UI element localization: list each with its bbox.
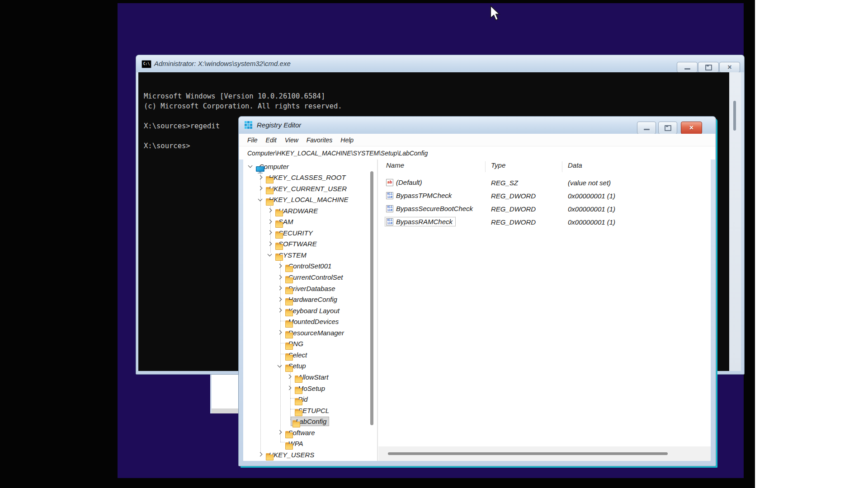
chevron-right-icon[interactable] — [277, 274, 283, 281]
tree-item-hkey-local-machine[interactable]: HKEY_LOCAL_MACHINE — [257, 194, 349, 205]
value-row-bypasstpmcheck[interactable]: 011110BypassTPMCheckREG_DWORD0x00000001 … — [378, 190, 711, 203]
tree-item-currentcontrolset[interactable]: CurrentControlSet — [277, 272, 343, 283]
focused-value-name[interactable]: 011110BypassRAMCheck — [385, 217, 456, 226]
menu-view[interactable]: View — [282, 136, 301, 144]
tree-item-hkey-users[interactable]: HKEY_USERS — [257, 449, 315, 460]
value-row-bypassramcheck[interactable]: 011110BypassRAMCheckREG_DWORD0x00000001 … — [378, 216, 711, 229]
regedit-minimize-button[interactable] — [637, 122, 656, 134]
tree-item-pid[interactable]: Pid — [286, 394, 308, 405]
maximize-icon — [665, 125, 671, 131]
tree-item-keyboard-layout[interactable]: Keyboard Layout — [277, 305, 340, 316]
value-type: REG_DWORD — [491, 192, 536, 200]
chevron-down-icon[interactable] — [257, 197, 264, 203]
menu-file[interactable]: File — [245, 136, 260, 144]
value-row--default-[interactable]: ab(Default)REG_SZ(value not set) — [378, 177, 711, 190]
chevron-right-icon[interactable] — [257, 185, 264, 192]
value-data: 0x00000001 (1) — [568, 218, 615, 226]
tree-item-wpa[interactable]: WPA — [277, 438, 303, 449]
value-row-bypasssecurebootcheck[interactable]: 011110BypassSecureBootCheckREG_DWORD0x00… — [378, 203, 711, 216]
tree-item-rng[interactable]: RNG — [277, 338, 303, 349]
cmd-title: Administrator: X:\windows\system32\cmd.e… — [154, 60, 291, 67]
chevron-right-icon[interactable] — [277, 296, 283, 303]
console-scrollbar-thumb[interactable] — [733, 101, 736, 131]
cmd-titlebar[interactable]: C:\ Administrator: X:\windows\system32\c… — [136, 55, 744, 72]
registry-tree[interactable]: ComputerHKEY_CLASSES_ROOTHKEY_CURRENT_US… — [243, 160, 377, 461]
selected-tree-item[interactable]: LabConfig — [291, 417, 329, 426]
minimize-icon — [684, 68, 690, 70]
chevron-right-icon[interactable] — [267, 219, 273, 225]
no-expander — [277, 352, 283, 358]
reg-dword-icon: 011110 — [386, 218, 393, 225]
column-header-name[interactable]: Name — [386, 161, 404, 169]
regedit-maximize-button[interactable] — [658, 122, 677, 134]
chevron-right-icon[interactable] — [286, 385, 292, 391]
chevron-right-icon[interactable] — [277, 429, 283, 436]
value-name-label: (Default) — [396, 178, 422, 186]
value-type: REG_SZ — [491, 179, 518, 187]
menu-favorites[interactable]: Favorites — [304, 136, 335, 144]
tree-scrollbar-thumb[interactable] — [370, 171, 373, 425]
tree-item-mosetup[interactable]: MoSetup — [286, 383, 325, 394]
tree-item-setup[interactable]: Setup — [277, 361, 306, 371]
no-expander — [277, 341, 283, 347]
column-separator[interactable] — [562, 161, 562, 172]
list-horizontal-scrollbar[interactable] — [378, 446, 711, 461]
list-hscrollbar-thumb[interactable] — [388, 452, 668, 455]
tree-item-software[interactable]: Software — [277, 427, 315, 438]
chevron-right-icon[interactable] — [267, 241, 273, 247]
value-name-label: BypassRAMCheck — [396, 218, 453, 225]
chevron-right-icon[interactable] — [267, 230, 273, 236]
cmd-close-button[interactable]: × — [719, 62, 740, 73]
tree-item-security[interactable]: SECURITY — [267, 227, 313, 238]
chevron-right-icon[interactable] — [286, 374, 292, 380]
chevron-right-icon[interactable] — [267, 207, 273, 214]
chevron-right-icon[interactable] — [257, 174, 264, 181]
chevron-down-icon[interactable] — [277, 363, 283, 369]
chevron-down-icon[interactable] — [247, 163, 254, 169]
registry-value-list[interactable]: NameTypeData ab(Default)REG_SZ(value not… — [378, 160, 711, 461]
mouse-cursor — [489, 5, 501, 21]
tree-item-allowstart[interactable]: AllowStart — [286, 371, 329, 382]
console-scrollbar[interactable] — [729, 72, 741, 371]
cmd-minimize-button[interactable] — [677, 62, 698, 73]
value-data: (value not set) — [568, 179, 611, 187]
chevron-right-icon[interactable] — [257, 451, 264, 458]
regedit-address-bar[interactable]: Computer\HKEY_LOCAL_MACHINE\SYSTEM\Setup… — [239, 146, 715, 160]
chevron-right-icon[interactable] — [277, 329, 283, 336]
column-header-type[interactable]: Type — [491, 161, 505, 169]
tree-item-system[interactable]: SYSTEM — [267, 249, 307, 260]
chevron-right-icon[interactable] — [277, 263, 283, 269]
tree-item-mounteddevices[interactable]: MountedDevices — [277, 316, 339, 327]
tree-item-hardwareconfig[interactable]: HardwareConfig — [277, 294, 337, 305]
value-name[interactable]: ab(Default) — [385, 178, 425, 187]
panel-divider[interactable] — [377, 160, 378, 461]
tree-item-controlset001[interactable]: ControlSet001 — [277, 261, 332, 272]
tree-item-label: DriverDatabase — [288, 285, 335, 292]
tree-item-labconfig[interactable]: LabConfig — [286, 416, 329, 427]
regedit-titlebar[interactable]: Registry Editor × — [239, 117, 716, 134]
tree-item-select[interactable]: Select — [277, 349, 307, 360]
cmd-maximize-button[interactable] — [698, 62, 719, 73]
column-header-data[interactable]: Data — [568, 161, 582, 169]
regedit-close-button[interactable]: × — [681, 122, 702, 134]
tree-item-software[interactable]: SOFTWARE — [267, 239, 317, 249]
tree-item-label: HardwareConfig — [288, 296, 337, 303]
tree-item-computer[interactable]: Computer — [247, 161, 289, 172]
tree-item-sam[interactable]: SAM — [267, 216, 293, 227]
value-name[interactable]: 011110BypassTPMCheck — [385, 191, 455, 200]
menu-edit[interactable]: Edit — [263, 136, 279, 144]
tree-item-resourcemanager[interactable]: ResourceManager — [277, 327, 344, 338]
tree-item-label: Keyboard Layout — [288, 307, 340, 314]
chevron-right-icon[interactable] — [277, 307, 283, 314]
tree-item-hkey-current-user[interactable]: HKEY_CURRENT_USER — [257, 183, 347, 194]
column-separator[interactable] — [485, 161, 486, 172]
tree-item-hkey-classes-root[interactable]: HKEY_CLASSES_ROOT — [257, 172, 346, 183]
value-name[interactable]: 011110BypassSecureBootCheck — [385, 204, 476, 213]
tree-item-label: HKEY_USERS — [269, 451, 315, 459]
chevron-right-icon[interactable] — [277, 285, 283, 291]
chevron-down-icon[interactable] — [267, 252, 273, 258]
tree-item-hardware[interactable]: HARDWARE — [267, 205, 318, 216]
tree-item-driverdatabase[interactable]: DriverDatabase — [277, 283, 335, 294]
tree-item-setupcl[interactable]: SETUPCL — [286, 405, 329, 416]
menu-help[interactable]: Help — [338, 136, 356, 144]
